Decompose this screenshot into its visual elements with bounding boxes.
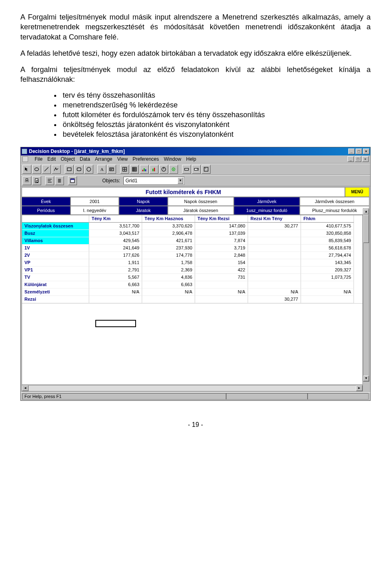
data-cell[interactable] (89, 296, 142, 303)
data-cell[interactable]: 27,794,474 (301, 252, 354, 259)
row-header[interactable]: Különjárat (22, 281, 89, 289)
data-cell[interactable]: 1,911 (89, 259, 142, 267)
row-header[interactable]: Villamos (22, 237, 89, 245)
align-icon[interactable] (45, 176, 54, 185)
horizontal-scrollbar[interactable]: ◄ ► (22, 385, 363, 391)
data-cell[interactable]: 2,791 (89, 267, 142, 274)
data-cell[interactable]: 143,345 (301, 259, 354, 267)
data-cell[interactable]: 30,277 (248, 223, 301, 230)
button-tool-icon[interactable] (182, 165, 191, 174)
data-cell[interactable]: N/A (301, 289, 354, 296)
gear-tool-icon[interactable] (169, 165, 178, 174)
combo-tool-icon[interactable] (192, 165, 201, 174)
mdi-close-button[interactable]: × (362, 156, 369, 162)
data-cell[interactable]: 320,850,858 (301, 230, 354, 237)
list-icon[interactable] (55, 176, 64, 185)
mdi-minimize-button[interactable]: _ (347, 156, 354, 162)
column-header[interactable]: Tény Km Hasznos (142, 215, 195, 223)
pointer-tool-icon[interactable] (22, 165, 31, 174)
selected-cell[interactable] (95, 320, 136, 327)
data-cell[interactable]: 2,369 (142, 267, 195, 274)
data-cell[interactable]: 5,567 (89, 274, 142, 281)
vertical-scrollbar[interactable]: ▲ ▼ (363, 208, 369, 382)
filter-value[interactable]: Járatok összesen (168, 206, 234, 215)
data-cell[interactable]: 3,719 (195, 245, 248, 252)
column-header[interactable]: Fhkm (301, 215, 354, 223)
menu-view[interactable]: View (117, 156, 128, 162)
data-cell[interactable]: 429,545 (89, 237, 142, 245)
data-cell[interactable]: 1,758 (142, 259, 195, 267)
data-cell[interactable] (248, 245, 301, 252)
menubar[interactable]: File Edit Object Data Arrange View Prefe… (21, 155, 370, 164)
data-cell[interactable]: 2,848 (195, 252, 248, 259)
menu-window[interactable]: Window (164, 156, 181, 162)
column-header[interactable]: Tény Km (89, 215, 142, 223)
textbox-tool-icon[interactable] (107, 165, 116, 174)
table-tool-icon[interactable] (130, 165, 139, 174)
filter-label[interactable]: 1usz_minusz forduló (234, 206, 300, 215)
data-cell[interactable]: 174,778 (142, 252, 195, 259)
chart3d-tool-icon[interactable] (149, 165, 158, 174)
data-cell[interactable]: 137,039 (195, 230, 248, 237)
table-row[interactable]: Villamos429,545421,6717,87485,839,549 (22, 237, 362, 245)
column-header[interactable] (22, 215, 89, 223)
menu-preferences[interactable]: Preferences (133, 156, 159, 162)
data-cell[interactable]: 30,277 (248, 296, 301, 303)
gauge-tool-icon[interactable] (159, 165, 168, 174)
row-header[interactable]: Busz (22, 230, 89, 237)
data-cell[interactable] (248, 267, 301, 274)
data-cell[interactable]: 2,906,478 (142, 230, 195, 237)
filter-value[interactable]: Járművek összesen (300, 197, 369, 206)
row-header[interactable]: VP1 (22, 267, 89, 274)
data-cell[interactable] (195, 281, 248, 289)
scroll-up-icon[interactable]: ▲ (363, 209, 369, 214)
scroll-down-icon[interactable]: ▼ (363, 376, 369, 381)
data-cell[interactable] (301, 296, 354, 303)
scroll-right-icon[interactable]: ► (356, 385, 362, 391)
table-row[interactable]: Viszonylatok összesen3,517,7003,370,6201… (22, 223, 362, 230)
titlebar[interactable]: Decision Desktop - [járat_tény_km_fhkm] … (21, 147, 370, 155)
filter-label[interactable]: Járatok (119, 206, 168, 215)
filter-value[interactable]: I. negyedév (70, 206, 119, 215)
maximize-button[interactable]: □ (356, 149, 362, 154)
data-cell[interactable]: 4,836 (142, 274, 195, 281)
objects-combo[interactable]: Grid1 ▼ (123, 177, 185, 185)
scroll-thumb[interactable] (363, 214, 369, 243)
chart-tool-icon[interactable] (140, 165, 149, 174)
window-icon[interactable] (68, 176, 77, 185)
data-cell[interactable]: 6,663 (89, 281, 142, 289)
menu-button[interactable]: MENÜ (345, 187, 369, 197)
data-cell[interactable]: 3,043,517 (89, 230, 142, 237)
data-cell[interactable]: 237,930 (142, 245, 195, 252)
line-tool-icon[interactable] (42, 165, 51, 174)
filter-label[interactable]: Évek (22, 197, 70, 206)
data-cell[interactable] (248, 237, 301, 245)
menu-file[interactable]: File (35, 156, 42, 162)
filter-label[interactable]: Járművek (234, 197, 300, 206)
chevron-down-icon[interactable]: ▼ (178, 177, 183, 184)
table-row[interactable]: TV5,5674,8367311,073,725 (22, 274, 362, 281)
row-header[interactable]: Rezsi (22, 296, 89, 303)
data-cell[interactable]: 6,663 (142, 281, 195, 289)
data-cell[interactable]: 147,080 (195, 223, 248, 230)
row-header[interactable]: TV (22, 274, 89, 281)
data-cell[interactable]: 154 (195, 259, 248, 267)
data-cell[interactable]: N/A (195, 289, 248, 296)
table-row[interactable]: VP1,9111,758154143,345 (22, 259, 362, 267)
filter-label[interactable]: Napok (119, 197, 168, 206)
data-grid[interactable]: Tény KmTény Km HasznosTény Km RezsiRezsi… (22, 215, 363, 385)
data-cell[interactable] (248, 259, 301, 267)
oval-tool-icon[interactable] (84, 165, 93, 174)
mdi-maximize-button[interactable]: □ (355, 156, 361, 162)
mdi-icon[interactable] (22, 156, 28, 162)
data-cell[interactable]: 241,649 (89, 245, 142, 252)
data-cell[interactable]: N/A (89, 289, 142, 296)
table-row[interactable]: SzemélyzetiN/AN/AN/AN/AN/A (22, 289, 362, 296)
grid-tool-icon[interactable] (120, 165, 129, 174)
data-cell[interactable]: 7,874 (195, 237, 248, 245)
roundrect-tool-icon[interactable] (75, 165, 83, 174)
data-cell[interactable]: 56,618,678 (301, 245, 354, 252)
data-cell[interactable]: 731 (195, 274, 248, 281)
menu-arrange[interactable]: Arrange (95, 156, 112, 162)
table-row[interactable]: Busz3,043,5172,906,478137,039320,850,858 (22, 230, 362, 237)
